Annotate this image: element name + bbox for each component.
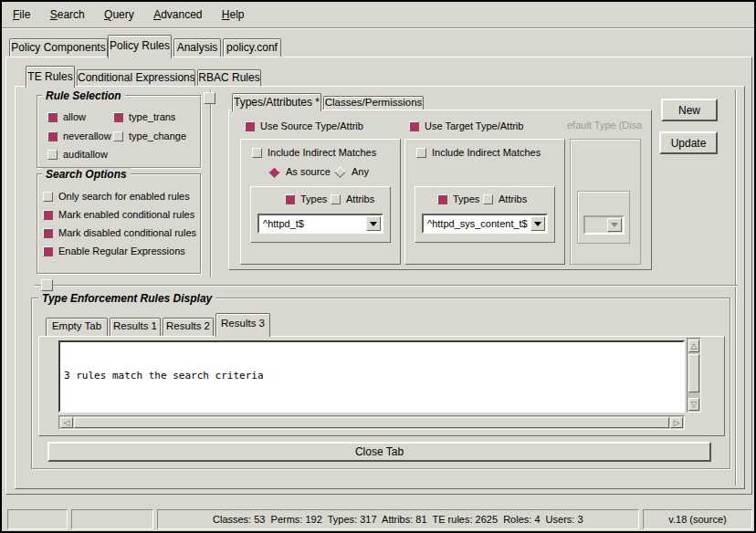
- checkbox-indicator: [416, 148, 426, 158]
- checkbox-type-change[interactable]: type_change: [113, 131, 186, 141]
- menu-query[interactable]: Query: [104, 8, 134, 21]
- checkbox-indicator: [43, 246, 53, 256]
- tab-policy-rules[interactable]: Policy Rules: [108, 35, 172, 58]
- checkbox-only-enabled-rules[interactable]: Only search for enabled rules: [43, 191, 190, 202]
- apol-window: File Search Query Advanced Help Policy C…: [0, 0, 756, 533]
- tab-classes-permissions[interactable]: Classes/Permissions: [323, 96, 424, 110]
- checkbox-label: Types: [453, 193, 479, 204]
- update-button[interactable]: Update: [659, 131, 718, 154]
- tab-policy-conf[interactable]: policy.conf: [223, 38, 281, 57]
- checkbox-indicator: [409, 121, 419, 131]
- target-include-indirect-checkbox[interactable]: Include Indirect Matches: [416, 147, 541, 158]
- source-include-indirect-checkbox[interactable]: Include Indirect Matches: [252, 147, 376, 158]
- checkbox-label: Mark enabled conditional rules: [58, 209, 194, 220]
- dropdown-button: [607, 218, 622, 232]
- tab-results-2[interactable]: Results 2: [163, 318, 214, 336]
- source-attribs-checkbox[interactable]: Attribs: [331, 193, 374, 204]
- tab-analysis[interactable]: Analysis: [173, 38, 221, 57]
- results-horizontal-scrollbar[interactable]: ◁ ▷: [58, 415, 685, 430]
- menu-help[interactable]: Help: [222, 8, 245, 21]
- checkbox-label: allow: [63, 111, 86, 122]
- use-source-checkbox[interactable]: Use Source Type/Attrib: [245, 120, 363, 131]
- checkbox-label: Mark disabled conditional rules: [58, 227, 196, 238]
- checkbox-neverallow[interactable]: neverallow: [47, 131, 111, 141]
- tab-te-rules[interactable]: TE Rules: [26, 66, 75, 88]
- vertical-sash: [210, 89, 212, 277]
- scroll-up-arrow-icon[interactable]: △: [688, 340, 699, 352]
- vertical-sash-handle[interactable]: [204, 92, 215, 104]
- tab-results-3[interactable]: Results 3: [215, 313, 270, 337]
- checkbox-indicator: [43, 210, 53, 220]
- checkbox-indicator: [437, 194, 447, 204]
- checkbox-type-trans[interactable]: type_trans: [113, 111, 175, 122]
- checkbox-auditallow[interactable]: auditallow: [47, 149, 108, 160]
- radio-label: Any: [352, 166, 369, 177]
- policy-stats-text: Classes: 53 Perms: 192 Types: 317 Attrib…: [213, 514, 583, 525]
- checkbox-label: auditallow: [63, 149, 108, 160]
- tab-policy-components[interactable]: Policy Components: [9, 38, 108, 57]
- tab-types-attributes[interactable]: Types/Attributes *: [232, 93, 321, 111]
- horizontal-sash: [35, 285, 738, 287]
- combobox-value: [585, 217, 606, 233]
- checkbox-label: neverallow: [63, 131, 111, 141]
- radio-any[interactable]: Any: [334, 166, 369, 177]
- checkbox-label: Types: [300, 193, 327, 204]
- checkbox-indicator: [113, 131, 123, 141]
- checkbox-allow[interactable]: allow: [47, 111, 86, 122]
- radio-indicator: [268, 166, 280, 178]
- checkbox-label: type_trans: [129, 111, 175, 122]
- source-type-combobox[interactable]: ^httpd_t$: [257, 214, 383, 234]
- target-types-checkbox[interactable]: Types: [437, 193, 479, 204]
- checkbox-label: Use Target Type/Attrib: [425, 120, 523, 131]
- dropdown-arrow-icon: [611, 223, 618, 227]
- dropdown-button[interactable]: [366, 216, 381, 231]
- checkbox-label: Use Source Type/Attrib: [260, 120, 363, 131]
- target-attribs-checkbox[interactable]: Attribs: [483, 193, 527, 204]
- menu-search[interactable]: Search: [50, 8, 85, 21]
- dropdown-button[interactable]: [530, 216, 545, 231]
- default-type-combobox: [583, 215, 625, 235]
- tab-empty-tab[interactable]: Empty Tab: [46, 318, 108, 336]
- dropdown-arrow-icon: [534, 222, 541, 226]
- target-type-combobox[interactable]: ^httpd_sys_content_t$: [422, 214, 548, 234]
- combobox-value: ^httpd_sys_content_t$: [424, 215, 530, 232]
- tab-conditional-expressions[interactable]: Conditional Expressions: [77, 69, 195, 86]
- status-box-version: v.18 (source): [643, 509, 752, 529]
- checkbox-enable-regex[interactable]: Enable Regular Expressions: [43, 246, 185, 256]
- search-options-group: [37, 173, 201, 274]
- status-box-message: [71, 509, 153, 529]
- menu-advanced[interactable]: Advanced: [153, 8, 202, 21]
- scroll-down-arrow-icon[interactable]: ▽: [688, 398, 699, 411]
- scroll-right-arrow-icon[interactable]: ▷: [670, 417, 683, 428]
- radio-label: As source: [286, 166, 331, 177]
- radio-as-source[interactable]: As source: [268, 166, 331, 177]
- horizontal-sash-handle[interactable]: [41, 279, 53, 291]
- checkbox-indicator: [47, 150, 58, 160]
- checkbox-indicator: [285, 194, 295, 204]
- panel-right-edge: [735, 89, 737, 486]
- radio-indicator: [334, 166, 346, 178]
- source-types-checkbox[interactable]: Types: [285, 193, 327, 204]
- scroll-left-arrow-icon[interactable]: ◁: [60, 417, 73, 428]
- results-vertical-scrollbar[interactable]: △ ▽: [687, 338, 701, 413]
- dropdown-arrow-icon: [370, 222, 377, 226]
- menu-file[interactable]: File: [13, 8, 30, 21]
- checkbox-indicator: [43, 228, 53, 238]
- checkbox-mark-enabled-conditional[interactable]: Mark enabled conditional rules: [43, 209, 194, 220]
- search-options-title: Search Options: [42, 168, 131, 181]
- checkbox-indicator: [331, 194, 341, 204]
- scrollbar-thumb[interactable]: [74, 417, 669, 428]
- use-target-checkbox[interactable]: Use Target Type/Attrib: [409, 120, 523, 131]
- tab-rbac-rules[interactable]: RBAC Rules: [197, 69, 261, 86]
- scrollbar-thumb[interactable]: [688, 354, 699, 392]
- new-button[interactable]: New: [661, 99, 718, 121]
- rule-selection-title: Rule Selection: [42, 89, 125, 102]
- checkbox-indicator: [113, 112, 123, 122]
- checkbox-mark-disabled-conditional[interactable]: Mark disabled conditional rules: [43, 227, 196, 238]
- tab-results-1[interactable]: Results 1: [110, 318, 161, 336]
- checkbox-label: Include Indirect Matches: [432, 147, 541, 158]
- results-textarea[interactable]: 3 rules match the search criteria (5822)…: [58, 340, 685, 413]
- default-type-label: efault Type (Disa: [567, 120, 651, 132]
- results-group-title: Type Enforcement Rules Display: [38, 292, 215, 305]
- close-tab-button[interactable]: Close Tab: [47, 442, 711, 462]
